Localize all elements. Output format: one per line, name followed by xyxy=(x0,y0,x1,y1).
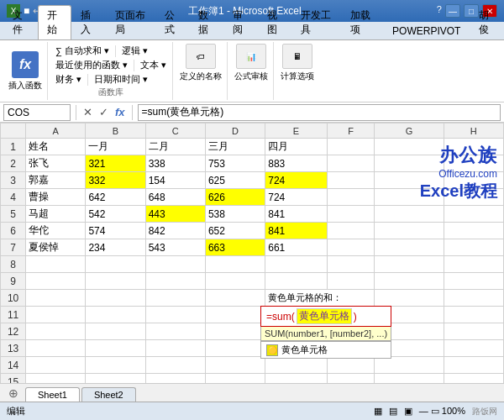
cell-b5[interactable]: 542 xyxy=(86,206,145,223)
cell-b6[interactable]: 574 xyxy=(86,223,145,239)
cell-c5[interactable]: 443 xyxy=(145,206,205,223)
col-header-h[interactable]: H xyxy=(444,123,503,139)
cell-a10[interactable] xyxy=(26,290,86,307)
cell-g5[interactable] xyxy=(375,206,444,223)
cell-b10[interactable] xyxy=(86,290,145,307)
tab-home[interactable]: 开始 xyxy=(38,5,72,39)
cell-h1[interactable] xyxy=(444,139,503,155)
col-header-g[interactable]: G xyxy=(375,123,444,139)
cell-g8[interactable] xyxy=(375,256,444,273)
cell-d1[interactable]: 三月 xyxy=(205,139,265,155)
logic-btn[interactable]: 逻辑 ▾ xyxy=(119,44,150,58)
cell-f1[interactable] xyxy=(327,139,375,155)
cell-h7[interactable] xyxy=(444,239,503,256)
cell-h8[interactable] xyxy=(444,256,503,273)
cell-a6[interactable]: 华佗 xyxy=(26,223,86,239)
help-btn[interactable]: ? xyxy=(437,4,442,18)
cell-b8[interactable] xyxy=(86,256,145,273)
cell-a3[interactable]: 郭嘉 xyxy=(26,172,86,189)
cell-f5[interactable] xyxy=(327,206,375,223)
cell-e6[interactable]: 841 xyxy=(265,223,328,239)
cell-e8[interactable] xyxy=(265,256,328,273)
tab-view[interactable]: 视图 xyxy=(258,5,292,39)
view-normal-btn[interactable]: ▦ xyxy=(374,406,382,417)
cell-e3[interactable]: 724 xyxy=(265,172,328,189)
text-btn[interactable]: 文本 ▾ xyxy=(138,58,169,72)
cell-c9[interactable] xyxy=(145,273,205,290)
sheet-tab-1[interactable]: Sheet1 xyxy=(25,387,80,402)
cell-f4[interactable] xyxy=(327,189,375,206)
cell-e4[interactable]: 724 xyxy=(265,189,328,206)
name-box[interactable] xyxy=(3,104,71,121)
tab-developer[interactable]: 开发工具 xyxy=(291,5,341,39)
cell-d7[interactable]: 663 xyxy=(205,239,265,256)
cell-f6[interactable] xyxy=(327,223,375,239)
tab-insert[interactable]: 插入 xyxy=(71,5,106,39)
cell-g3[interactable] xyxy=(375,172,444,189)
cell-c6[interactable]: 842 xyxy=(145,223,205,239)
cell-c3[interactable]: 154 xyxy=(145,172,205,189)
cell-h6[interactable] xyxy=(444,223,503,239)
tab-file[interactable]: 文件 xyxy=(3,5,38,39)
cancel-formula-btn[interactable]: ✕ xyxy=(81,106,94,118)
tab-review[interactable]: 审阅 xyxy=(223,5,258,39)
cell-d5[interactable]: 538 xyxy=(205,206,265,223)
cell-a5[interactable]: 马超 xyxy=(26,206,86,223)
col-header-c[interactable]: C xyxy=(145,123,205,139)
cell-h9[interactable] xyxy=(444,273,503,290)
cell-g7[interactable] xyxy=(375,239,444,256)
cell-a1[interactable]: 姓名 xyxy=(26,139,86,155)
confirm-formula-btn[interactable]: ✓ xyxy=(97,106,110,118)
cell-a4[interactable]: 曹操 xyxy=(26,189,86,206)
cell-f7[interactable] xyxy=(327,239,375,256)
view-page-btn[interactable]: ▣ xyxy=(404,406,412,417)
cell-c2[interactable]: 338 xyxy=(145,155,205,172)
cell-a2[interactable]: 张飞 xyxy=(26,155,86,172)
autosum-btn[interactable]: ∑ 自动求和 ▾ xyxy=(53,44,112,58)
cell-d6[interactable]: 652 xyxy=(205,223,265,239)
cell-h5[interactable] xyxy=(444,206,503,223)
cell-e7[interactable]: 661 xyxy=(265,239,328,256)
tab-data[interactable]: 数据 xyxy=(189,5,223,39)
tab-powerpivot[interactable]: POWERPIVOT xyxy=(383,22,470,39)
cell-a11[interactable] xyxy=(26,307,86,323)
zoom-bar[interactable]: — ▭ 100% xyxy=(419,406,465,417)
col-header-b[interactable]: B xyxy=(86,123,145,139)
cell-a7[interactable]: 夏侯悼 xyxy=(26,239,86,256)
cell-c8[interactable] xyxy=(145,256,205,273)
cell-c10[interactable] xyxy=(145,290,205,307)
formula-input[interactable] xyxy=(138,104,501,121)
insert-fn-btn[interactable]: fx 插入函数 xyxy=(8,51,42,92)
insert-fn-bar-btn[interactable]: fx xyxy=(113,106,127,118)
cell-b3[interactable]: 332 xyxy=(86,172,145,189)
col-header-d[interactable]: D xyxy=(205,123,265,139)
cell-f9[interactable] xyxy=(327,273,375,290)
cell-c1[interactable]: 二月 xyxy=(145,139,205,155)
cell-d10[interactable] xyxy=(205,290,265,307)
cell-d2[interactable]: 753 xyxy=(205,155,265,172)
cell-c7[interactable]: 543 xyxy=(145,239,205,256)
cell-f8[interactable] xyxy=(327,256,375,273)
cell-h2[interactable] xyxy=(444,155,503,172)
cell-b7[interactable]: 234 xyxy=(86,239,145,256)
formula-hint[interactable]: 🟡 黄色单元格 xyxy=(260,341,391,359)
cell-e10[interactable]: 黄色单元格的和： xyxy=(265,290,375,307)
tab-formula[interactable]: 公式 xyxy=(155,5,190,39)
cell-d9[interactable] xyxy=(205,273,265,290)
cell-e5[interactable]: 841 xyxy=(265,206,328,223)
recent-fn-btn[interactable]: 最近使用的函数 ▾ xyxy=(53,58,130,72)
cell-d3[interactable]: 625 xyxy=(205,172,265,189)
datetime-btn[interactable]: 日期和时间 ▾ xyxy=(92,72,150,87)
cell-d8[interactable] xyxy=(205,256,265,273)
cell-a8[interactable] xyxy=(26,256,86,273)
cell-b4[interactable]: 642 xyxy=(86,189,145,206)
cell-h10[interactable] xyxy=(444,290,503,307)
cell-b9[interactable] xyxy=(86,273,145,290)
tab-pagelayout[interactable]: 页面布局 xyxy=(106,5,155,39)
cell-h3[interactable] xyxy=(444,172,503,189)
cell-g2[interactable] xyxy=(375,155,444,172)
cell-g9[interactable] xyxy=(375,273,444,290)
cell-g4[interactable] xyxy=(375,189,444,206)
cell-e2[interactable]: 883 xyxy=(265,155,328,172)
formula-input-box[interactable]: =sum(黄色单元格) xyxy=(260,306,391,327)
